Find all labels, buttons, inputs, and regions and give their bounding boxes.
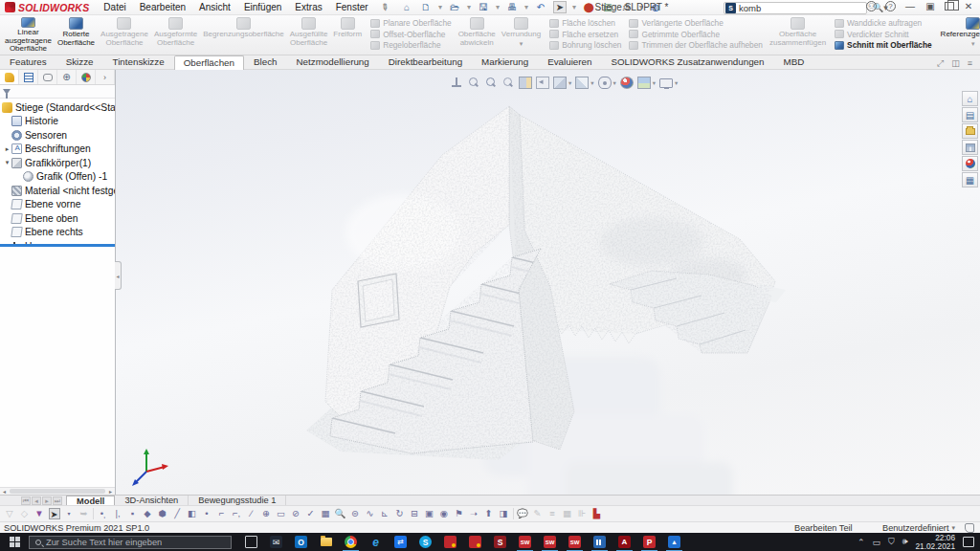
volume-icon[interactable]: 🕪: [902, 537, 908, 547]
section-view-icon[interactable]: [519, 77, 532, 89]
btn-verlaengerte-oberflaeche[interactable]: Verlängerte Oberfläche: [629, 18, 763, 28]
start-button[interactable]: [0, 533, 29, 551]
display-manager-tab[interactable]: [77, 70, 96, 84]
mirror-tool-icon[interactable]: ⊟: [409, 508, 420, 519]
tree-item-grafikkoerper[interactable]: ▾Grafikkörper(1): [0, 156, 115, 170]
tab-prev-icon[interactable]: ◂: [32, 496, 41, 505]
photos-icon[interactable]: [668, 536, 680, 548]
featuremanager-tree-tab[interactable]: [0, 70, 19, 84]
maximize-button[interactable]: ▣: [924, 1, 936, 11]
btn-verdickter-schnitt[interactable]: Verdickter Schnitt: [835, 30, 932, 39]
home-icon[interactable]: ⌂: [400, 1, 413, 13]
edit-appearance-icon[interactable]: [620, 77, 634, 89]
tree-item-ebene-oben[interactable]: Ebene oben: [0, 211, 115, 226]
solidworks-2021-icon[interactable]: SW: [568, 536, 581, 548]
tab-zusatzanwendungen[interactable]: SOLIDWORKS Zusatzanwendungen: [601, 55, 773, 69]
btn-planare-oberflaeche[interactable]: Planare Oberfläche: [370, 18, 452, 28]
scroll-right-icon[interactable]: ▸: [106, 488, 115, 495]
btn-ausgeformte-oberflaeche[interactable]: Ausgeformte Oberfläche: [151, 16, 200, 54]
pane-expand-icon[interactable]: ⤢: [937, 58, 944, 69]
internet-explorer-icon[interactable]: e: [369, 536, 382, 548]
btn-freiform[interactable]: Freiform: [330, 16, 365, 54]
battery-icon[interactable]: ▭: [873, 538, 881, 547]
status-profile[interactable]: Benutzerdefiniert ▾: [882, 523, 955, 533]
btn-referenzgeometrie[interactable]: Referenzgeometrie ▾: [938, 16, 980, 54]
btn-getrimmte-oberflaeche[interactable]: Getrimmte Oberfläche: [629, 30, 763, 39]
dynamic-annotation-views-icon[interactable]: [536, 77, 549, 89]
marker-tool-icon[interactable]: ◧: [187, 508, 198, 519]
expand-arrow-icon[interactable]: ▸: [3, 145, 11, 153]
caret-icon[interactable]: ▾: [653, 79, 656, 87]
solidworks-tools-icon[interactable]: [469, 536, 481, 548]
snapshot-icon[interactable]: ◨: [498, 508, 509, 519]
tree-item-root[interactable]: Stiege (Standard<<Standard>_Anzeig: [0, 100, 115, 115]
graphics-viewport[interactable]: ▾ ▾ ▾ ▾ ▾ ⌂ ▤ ▦: [116, 70, 980, 495]
open-icon[interactable]: 🗁: [448, 1, 461, 13]
home-tab-icon[interactable]: ⌂: [962, 91, 978, 106]
dimxpert-manager-tab[interactable]: ⊕: [57, 70, 77, 84]
zoom-tool-icon[interactable]: 🔍: [335, 508, 346, 519]
tree-item-beschriftungen[interactable]: ▸Beschriftungen: [0, 143, 115, 157]
search-input[interactable]: S komb: [724, 2, 867, 14]
tab-last-icon[interactable]: ⏭: [53, 496, 62, 505]
sw-composer-icon[interactable]: [593, 536, 606, 548]
note-icon[interactable]: ✎: [532, 508, 544, 519]
print-icon[interactable]: 🖶: [505, 1, 519, 13]
btn-linear-ausgetragene-oberflaeche[interactable]: Linear ausgetragene Oberfläche: [2, 16, 55, 54]
tab-markierung[interactable]: Markierung: [472, 55, 538, 69]
solidworks-2020-icon[interactable]: SW: [544, 536, 556, 548]
comment-icon[interactable]: 💬: [517, 508, 528, 519]
select-tool-icon[interactable]: ➤: [49, 508, 60, 519]
target-tool-icon[interactable]: ◉: [438, 508, 450, 519]
tab-skizze[interactable]: Skizze: [56, 55, 103, 69]
solid-tool-icon[interactable]: ⬢: [157, 508, 168, 519]
menu-fenster[interactable]: Fenster: [329, 2, 375, 12]
skype-icon[interactable]: S: [419, 536, 432, 548]
tree-item-ebene-vorne[interactable]: Ebene vorne: [0, 198, 115, 212]
check-tool-icon[interactable]: ✓: [305, 508, 317, 519]
pin-tool-icon[interactable]: ⊜: [349, 508, 361, 519]
btn-regeloberflaeche[interactable]: Regeloberfläche: [370, 40, 452, 50]
tab-bewegungsstudie[interactable]: Bewegungsstudie 1: [189, 496, 286, 505]
lasso-icon[interactable]: ➥: [78, 508, 90, 519]
scroll-left-icon[interactable]: ◂: [0, 488, 9, 495]
btn-flaeche-loeschen[interactable]: Fläche löschen: [549, 18, 621, 28]
caret-icon[interactable]: ▾: [496, 3, 500, 11]
outlook-icon[interactable]: O: [295, 536, 307, 548]
view-palette-icon[interactable]: [962, 140, 978, 155]
caret-icon[interactable]: ▾: [613, 79, 616, 87]
arrow-right-icon[interactable]: ➝: [468, 508, 479, 519]
tree-item-historie[interactable]: Historie: [0, 115, 115, 129]
btn-offset-oberflaeche[interactable]: Offset-Oberfläche: [370, 30, 452, 39]
angle-tool-icon[interactable]: ⌐,: [231, 508, 242, 519]
tab-features[interactable]: Features: [0, 55, 56, 69]
help-icon[interactable]: ?: [885, 1, 896, 11]
network-icon[interactable]: ⛉: [888, 537, 895, 547]
panel-overflow-arrow[interactable]: ›: [96, 70, 115, 84]
view-orientation-icon[interactable]: [553, 77, 567, 89]
filter-edges-icon[interactable]: ◇: [19, 508, 31, 519]
panel-collapse-handle[interactable]: ◂: [115, 261, 122, 290]
arrow-up-icon[interactable]: ⬆: [483, 508, 495, 519]
save-icon[interactable]: 🖫: [477, 1, 490, 13]
apply-scene-icon[interactable]: [637, 77, 651, 89]
btn-ausgetragene-oberflaeche[interactable]: Ausgetragene Oberfläche: [98, 16, 151, 54]
tab-tintenskizze[interactable]: Tintenskizze: [103, 55, 174, 69]
zoom-to-area-icon[interactable]: [467, 77, 480, 89]
chart-icon[interactable]: ▙: [591, 508, 603, 519]
solidworks-dark-icon[interactable]: S: [494, 536, 506, 548]
tab-direktbearbeitung[interactable]: Direktbearbeitung: [379, 55, 472, 69]
btn-wanddicke-auftragen[interactable]: Wanddicke auftragen: [835, 18, 932, 28]
mail-icon[interactable]: [270, 536, 282, 548]
filter-vertices-icon[interactable]: ▽: [4, 508, 15, 519]
btn-bohrung-loeschen[interactable]: Bohrung löschen: [549, 40, 621, 50]
tab-netzmodellierung[interactable]: Netzmodellierung: [287, 55, 379, 69]
menu-bearbeiten[interactable]: Bearbeiten: [133, 2, 192, 12]
pane-menu-icon[interactable]: ≡: [968, 58, 972, 69]
solidworks-rx-icon[interactable]: [444, 536, 457, 548]
zoom-in-out-icon[interactable]: [484, 77, 498, 89]
pdf-app-icon[interactable]: P: [643, 536, 656, 548]
select-caret-icon[interactable]: ▾: [63, 508, 75, 519]
tab-mbd[interactable]: MBD: [774, 55, 814, 69]
scroll-thumb[interactable]: [10, 489, 105, 494]
